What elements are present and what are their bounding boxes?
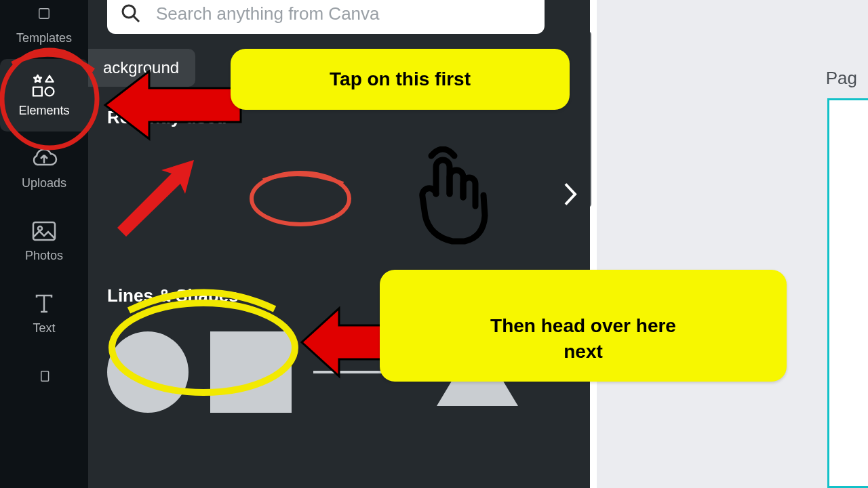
element-tap-hand[interactable]	[399, 146, 494, 248]
svg-point-6	[123, 5, 135, 18]
sidebar-item-label: Uploads	[22, 176, 66, 190]
photos-icon	[31, 218, 58, 245]
page-label: Pag	[826, 68, 857, 89]
search-icon	[119, 2, 142, 25]
sidebar-item-photos[interactable]: Photos	[0, 204, 88, 277]
templates-icon	[31, 0, 58, 27]
annotation-callout-1: Tap on this first	[231, 49, 570, 110]
annotation-yellow-circle	[102, 283, 305, 408]
text-icon	[31, 290, 58, 317]
recently-used-row	[107, 143, 571, 251]
sidebar-item-label: Photos	[25, 249, 63, 263]
svg-rect-0	[39, 9, 49, 18]
sidebar-item-text[interactable]: Text	[0, 277, 88, 349]
annotation-callout-2: Then head over here next	[380, 270, 787, 382]
element-red-arrow[interactable]	[107, 157, 202, 238]
annotation-red-circle	[0, 43, 107, 155]
search-input[interactable]: Search anything from Canva	[107, 0, 545, 34]
more-icon	[31, 363, 58, 390]
canvas-area: Pag	[597, 0, 868, 488]
search-placeholder: Search anything from Canva	[156, 3, 380, 24]
svg-point-9	[112, 303, 295, 392]
page-frame[interactable]	[827, 98, 868, 488]
annotation-arrow-1	[102, 68, 244, 145]
chevron-right-icon[interactable]	[563, 182, 578, 214]
svg-rect-5	[41, 371, 49, 381]
sidebar-item-more[interactable]	[0, 349, 88, 390]
sidebar-item-label: Text	[33, 321, 55, 336]
svg-point-4	[38, 226, 42, 230]
svg-rect-3	[33, 222, 55, 240]
element-red-circle[interactable]	[243, 163, 358, 231]
